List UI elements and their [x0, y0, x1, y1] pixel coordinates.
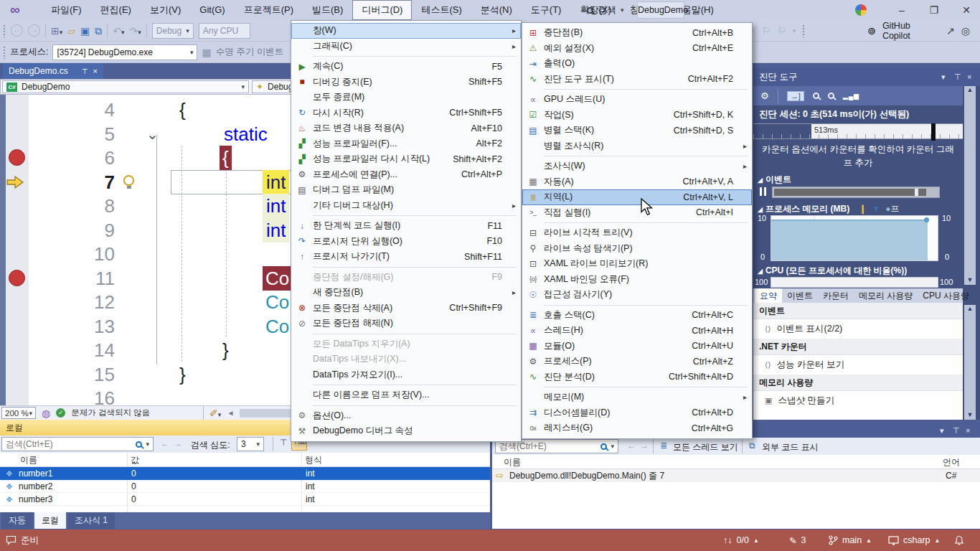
zoom-out-icon[interactable] [828, 93, 834, 99]
menu-item[interactable]: ▤디버그 덤프 파일(M) [291, 182, 521, 198]
close-button[interactable]: ✕ [951, 0, 980, 20]
document-health-icon[interactable]: ◍ [42, 408, 50, 418]
process-combo[interactable]: [35724] DebugDemo.exe▾ [52, 44, 197, 60]
menu-item[interactable]: ↻다시 시작(R)Ctrl+Shift+F5 [291, 105, 521, 121]
menu-item[interactable]: ⊟라이브 시각적 트리(V) [522, 225, 752, 241]
menu-item[interactable]: ☉접근성 검사기(Y) [522, 287, 752, 303]
notifications-bell[interactable] [954, 529, 964, 551]
chevron-down-icon[interactable]: ▾ [940, 423, 944, 438]
close-icon[interactable]: × [967, 68, 971, 86]
menu-item[interactable]: 새 중단점(B)▸ [291, 285, 521, 301]
next-result-icon[interactable]: → [174, 438, 182, 448]
menu-item[interactable]: ⚒DebugDemo 디버그 속성 [291, 423, 521, 439]
menubar-item[interactable]: 분석(N) [471, 0, 522, 20]
new-project-icon[interactable]: ⊞▾ [51, 26, 62, 36]
menubar-item[interactable]: 파일(F) [42, 0, 91, 20]
menu-item[interactable]: ▞성능 프로파일러(F)...Alt+F2 [291, 136, 521, 152]
chevron-down-icon[interactable]: ▾ [793, 27, 796, 34]
prev-frame-icon[interactable]: ← [627, 441, 636, 451]
menubar-item[interactable]: 보기(V) [141, 0, 190, 20]
callstack-frame-row[interactable]: ⇨ DebugDemo.dll!DebugDemo.Main() 줄 7 C# [492, 469, 980, 482]
depth-combo[interactable]: 3▾ [237, 437, 264, 451]
menubar-item[interactable]: 빌드(B) [303, 0, 352, 20]
events-section-header[interactable]: ◢이벤트 [758, 174, 791, 186]
line-changes-indicator[interactable]: ↑↓0/0▲ [723, 529, 759, 551]
quick-actions-lightbulb-icon[interactable] [123, 175, 134, 186]
zoom-combo[interactable]: 200 %▾ [1, 407, 36, 419]
lifecycle-events-icon[interactable]: ▦ [202, 47, 211, 57]
diagnostics-tab[interactable]: 메모리 사용량 [854, 288, 918, 303]
column-type[interactable]: 형식 [305, 453, 322, 467]
git-branch-indicator[interactable]: main▲ [829, 529, 872, 551]
menu-item[interactable]: {o}XAML 바인딩 오류(F) [522, 272, 752, 288]
toolbar-grip[interactable] [802, 24, 805, 37]
menubar-item[interactable]: 도구(T) [522, 0, 571, 20]
share-icon[interactable]: ↗ [946, 26, 955, 36]
code-cleanup-icon[interactable]: ✐▾ [209, 408, 221, 418]
breakpoint-icon[interactable] [9, 270, 25, 286]
menu-item[interactable]: ↑프로시저 나가기(T)Shift+F11 [291, 249, 521, 265]
menu-item[interactable]: ⊡XAML 라이브 미리보기(R) [522, 256, 752, 272]
diagnostics-scrollbar[interactable]: ▲▼ [964, 86, 976, 285]
menu-item[interactable]: DataTips 가져오기(I)... [291, 367, 521, 383]
menu-item[interactable]: ▞성능 프로파일러 다시 시작(L)Shift+Alt+F2 [291, 151, 521, 167]
pin-icon[interactable]: ⊤ [82, 67, 88, 75]
memory-chart[interactable] [771, 215, 938, 261]
menu-item[interactable]: DataTips 내보내기(X)... [291, 352, 521, 367]
pin-icon[interactable]: ⊤ [954, 68, 961, 86]
bookmark-next-icon[interactable]: ⚐ [762, 26, 771, 36]
diagnostics-tab[interactable]: 카운터 [818, 288, 854, 303]
menubar-item[interactable]: 테스트(S) [412, 0, 471, 20]
column-language[interactable]: 언어 [943, 455, 960, 469]
locals-tab-로컬[interactable]: 로컬 [34, 512, 66, 529]
locals-tab-조사식 1[interactable]: 조사식 1 [67, 512, 115, 529]
scroll-left-icon[interactable]: ◄ [227, 409, 234, 417]
menu-item[interactable]: 0x레지스터(G)Ctrl+Alt+G [522, 420, 752, 436]
send-feedback-icon[interactable]: ◎ [961, 26, 970, 36]
menu-item[interactable]: >_직접 실행(I)Ctrl+Alt+I [522, 205, 752, 221]
timeline-cursor[interactable] [931, 123, 936, 141]
menu-item[interactable]: ■디버깅 중지(E)Shift+F5 [291, 75, 521, 90]
cpu-chart[interactable] [771, 277, 938, 288]
menu-item[interactable]: ⚙옵션(O)... [291, 408, 521, 424]
pause-icon[interactable] [760, 187, 766, 196]
save-all-icon[interactable]: ⧉ [95, 26, 102, 36]
pending-changes-indicator[interactable]: ✎3 [789, 529, 806, 551]
menu-item[interactable]: ⊞중단점(B)Ctrl+Alt+B [522, 25, 752, 41]
summary-link[interactable]: ⟨⟩이벤트 표시(2/2) [753, 319, 963, 339]
menubar-item[interactable]: 편집(E) [91, 0, 141, 20]
menubar-item[interactable]: 디버그(D) [352, 0, 412, 20]
menu-item[interactable]: ☑작업(S)Ctrl+Shift+D, K [522, 108, 752, 123]
configuration-combo[interactable]: Debug▾ [152, 23, 194, 39]
locals-column-headers[interactable]: 이름 값 형식 [0, 453, 490, 467]
menu-item[interactable]: 창(W)▸ [291, 23, 521, 39]
menu-item[interactable]: ∝스레드(H)Ctrl+Alt+H [522, 323, 752, 339]
toolbar-grip[interactable] [3, 24, 6, 37]
menu-item[interactable]: ⚲라이브 속성 탐색기(P) [522, 241, 752, 257]
menu-item[interactable]: 그래픽(C)▸ [291, 39, 521, 55]
chevron-down-icon[interactable]: ▾ [941, 68, 946, 86]
platform-combo[interactable]: Any CPU [199, 23, 250, 39]
menu-item[interactable]: ▶계속(C)F5 [291, 59, 521, 75]
prev-result-icon[interactable]: ← [161, 438, 169, 448]
view-all-threads-button[interactable]: 모든 스레드 보기 [673, 441, 738, 453]
diagnostics-tab[interactable]: CPU 사용량 [918, 288, 974, 303]
memory-section-header[interactable]: ◢프로세스 메모리 (MB) ❙ ▼ ●프 [758, 203, 899, 215]
settings-gear-icon[interactable]: ⚙ [760, 90, 769, 101]
lifecycle-events-label[interactable]: 수명 주기 이벤트 [216, 46, 283, 58]
menubar-item[interactable]: Git(G) [190, 0, 234, 20]
menu-item[interactable]: ∿진단 분석(D)Ctrl+Shift+Alt+D [522, 369, 752, 385]
show-external-code-button[interactable]: 외부 코드 표시 [762, 441, 819, 453]
close-tab-icon[interactable]: × [93, 67, 98, 75]
menu-item[interactable]: ↓한 단계씩 코드 실행(I)F11 [291, 218, 521, 234]
menu-item[interactable]: ⊗모든 중단점 삭제(A)Ctrl+Shift+F9 [291, 301, 521, 316]
menubar-item[interactable]: 프로젝트(P) [235, 0, 303, 20]
diagnostics-tab[interactable]: 이벤트 [782, 288, 818, 303]
document-tab[interactable]: DebugDemo.cs ⊤ × [3, 63, 103, 79]
locals-row[interactable]: ❖number20int [0, 480, 490, 493]
breakpoint-icon[interactable] [9, 149, 25, 166]
menu-item[interactable]: ⚙프로세스에 연결(P)...Ctrl+Alt+P [291, 167, 521, 183]
menu-item[interactable]: ♨코드 변경 내용 적용(A)Alt+F10 [291, 121, 521, 136]
diagnostics-title-bar[interactable]: 진단 도구 ▾ ⊤ × [753, 68, 980, 86]
collapse-chevron-icon[interactable]: ⌄ [146, 122, 159, 146]
